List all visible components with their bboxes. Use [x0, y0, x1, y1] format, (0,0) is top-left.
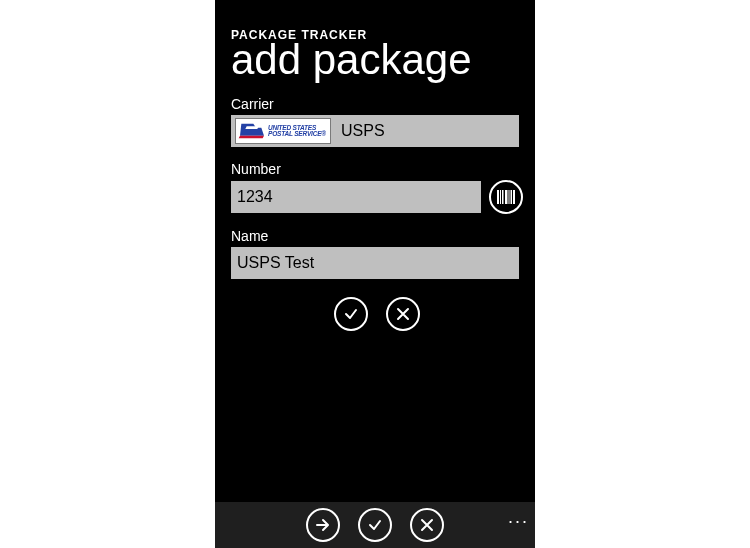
- usps-logo: UNITED STATES POSTAL SERVICE®: [235, 118, 331, 144]
- phone-screen: PACKAGE TRACKER add package Carrier UNIT…: [215, 0, 535, 548]
- appbar-next-button[interactable]: [306, 508, 340, 542]
- name-input[interactable]: [231, 247, 519, 279]
- carrier-label: Carrier: [231, 96, 523, 112]
- svg-rect-0: [497, 190, 499, 204]
- accept-button[interactable]: [334, 297, 368, 331]
- name-label: Name: [231, 228, 523, 244]
- carrier-select[interactable]: UNITED STATES POSTAL SERVICE® USPS: [231, 115, 519, 147]
- eagle-icon: [238, 121, 266, 141]
- svg-rect-2: [502, 190, 504, 204]
- carrier-value: USPS: [341, 122, 385, 140]
- arrow-right-icon: [315, 517, 331, 533]
- cross-icon: [420, 518, 434, 532]
- number-input[interactable]: [231, 181, 481, 213]
- svg-rect-3: [505, 190, 508, 204]
- svg-rect-4: [509, 190, 510, 204]
- cancel-button[interactable]: [386, 297, 420, 331]
- svg-rect-1: [500, 190, 501, 204]
- barcode-icon: [497, 190, 515, 204]
- check-icon: [343, 306, 359, 322]
- svg-rect-5: [511, 190, 513, 204]
- appbar-cancel-button[interactable]: [410, 508, 444, 542]
- number-label: Number: [231, 161, 523, 177]
- appbar-more-button[interactable]: ...: [508, 508, 529, 526]
- check-icon: [367, 517, 383, 533]
- appbar-accept-button[interactable]: [358, 508, 392, 542]
- cross-icon: [396, 307, 410, 321]
- app-bar: ...: [215, 502, 535, 548]
- usps-logo-line2: POSTAL SERVICE®: [268, 131, 326, 138]
- scan-barcode-button[interactable]: [489, 180, 523, 214]
- svg-rect-6: [513, 190, 515, 204]
- page-title: add package: [231, 38, 523, 82]
